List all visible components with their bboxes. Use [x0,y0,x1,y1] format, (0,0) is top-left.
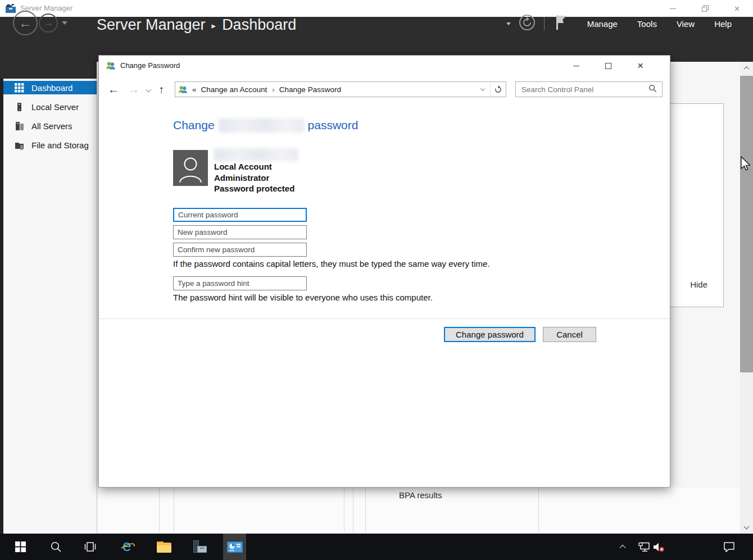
dialog-titlebar: Change Password × [99,56,670,76]
welcome-tile-fragment: Hide [669,103,724,307]
local-server-icon [15,102,24,112]
dashboard-grid-icon [15,83,24,93]
dialog-separator [99,318,670,319]
tray-expand-icon[interactable] [614,534,632,560]
heading-prefix: Change [173,119,215,132]
user-accounts-icon [178,85,188,94]
start-button[interactable] [9,534,31,560]
confirm-password-field[interactable] [173,243,307,257]
scroll-down-icon[interactable] [740,520,753,532]
address-crumb-change-an-account[interactable]: Change an Account [201,85,267,94]
history-dropdown-icon[interactable] [62,21,67,25]
sidebar-item-label: File and Storag [31,140,89,150]
volume-muted-icon[interactable] [647,534,670,560]
restore-icon[interactable] [689,0,721,17]
avatar [173,150,208,186]
account-protection: Password protected [214,183,294,194]
menu-help[interactable]: Help [714,19,732,29]
recent-pages-caret-icon[interactable] [146,87,152,93]
server-manager-taskbar-icon[interactable] [188,534,211,560]
page-title: Change password [173,117,358,133]
menu-tools[interactable]: Tools [637,19,657,29]
up-button[interactable]: ↑ [158,81,164,97]
window-controls: × [657,0,753,17]
account-type: Local Account [214,161,294,172]
address-separator-icon[interactable]: › [272,85,274,94]
redacted-username [214,148,298,161]
bpa-results-link[interactable]: BPA results [399,490,442,500]
search-box [515,81,663,97]
address-bar[interactable]: « Change an Account › Change Password [175,81,506,97]
user-accounts-icon [106,61,116,71]
dialog-title: Change Password [120,56,180,76]
search-input[interactable] [516,85,648,94]
password-hint-note: The password hint will be visible to eve… [173,293,433,302]
refresh-icon[interactable] [519,14,536,33]
breadcrumb-root[interactable]: Server Manager [97,16,206,34]
minimize-icon[interactable] [657,0,689,17]
notifications-flag-icon[interactable] [554,14,568,33]
sidebar: Dashboard Local Server All Servers File … [3,79,97,534]
new-password-field[interactable] [173,225,307,239]
taskbar-search-icon[interactable] [44,534,67,560]
tile-divider [538,488,539,532]
server-manager-toolbox-icon [5,3,16,14]
sidebar-item-label: All Servers [31,121,72,131]
heading-suffix: password [308,119,359,132]
sidebar-item-local-server[interactable]: Local Server [3,100,97,113]
action-center-icon[interactable] [718,534,740,560]
change-password-button[interactable]: Change password [444,327,536,342]
current-password-field[interactable] [173,208,307,222]
sidebar-item-dashboard[interactable]: Dashboard [3,81,97,94]
control-panel-taskbar-icon[interactable] [223,534,246,560]
breadcrumb-separator-icon: ▸ [212,21,216,31]
scrollbar-thumb[interactable] [740,76,753,372]
menu-view[interactable]: View [677,19,695,29]
search-icon[interactable] [648,84,657,95]
internet-explorer-icon[interactable]: e [116,534,139,560]
close-icon[interactable]: × [721,0,753,17]
maximize-icon[interactable] [592,56,624,76]
address-dropdown-icon[interactable] [475,82,490,97]
back-button[interactable]: ← [13,11,38,35]
tile-divider [365,488,366,532]
close-icon[interactable]: × [624,56,656,76]
menu-manage[interactable]: Manage [587,19,618,29]
file-explorer-icon[interactable] [153,534,175,560]
account-details: Local Account Administrator Password pro… [214,161,294,194]
capital-letters-note: If the password contains capital letters… [173,259,490,268]
vertical-scrollbar[interactable] [740,62,753,534]
password-hint-field[interactable] [173,276,307,290]
forward-button[interactable]: → [39,13,58,33]
toolbar-divider [544,17,545,30]
forward-button: → [128,81,139,97]
app-header-extension [0,62,98,79]
file-storage-icon [15,140,24,150]
sidebar-item-all-servers[interactable]: All Servers [3,119,97,133]
dropdown-caret-icon[interactable] [506,22,511,25]
breadcrumb-current[interactable]: Dashboard [222,16,296,34]
breadcrumb: Server Manager ▸ Dashboard [97,13,296,36]
screen: Server Manager × ← → Server Manager ▸ Da… [0,0,753,560]
address-collapse-chevrons[interactable]: « [192,85,197,94]
address-crumb-change-password[interactable]: Change Password [279,85,341,94]
sidebar-item-file-storage[interactable]: File and Storag [3,138,97,152]
change-password-dialog: Change Password × ← → ↑ « Change an Acco… [98,55,670,488]
minimize-icon[interactable] [560,56,592,76]
back-button[interactable]: ← [108,81,119,97]
address-bar-controls [475,82,506,97]
header-toolbar: Manage Tools View Help [506,16,732,31]
task-view-icon[interactable] [79,534,101,560]
account-role: Administrator [214,172,294,184]
cancel-button[interactable]: Cancel [543,327,596,342]
address-refresh-icon[interactable] [491,82,506,97]
tile-divider [344,488,344,532]
sidebar-item-label: Local Server [31,102,79,112]
sidebar-item-label: Dashboard [31,83,72,93]
hide-button[interactable]: Hide [690,280,707,289]
scroll-up-icon[interactable] [740,62,753,74]
taskbar: e 11:34 AM 9/16/2020 [0,534,753,560]
all-servers-icon [15,121,24,131]
redacted-username [219,119,304,133]
tile-divider [174,488,174,532]
